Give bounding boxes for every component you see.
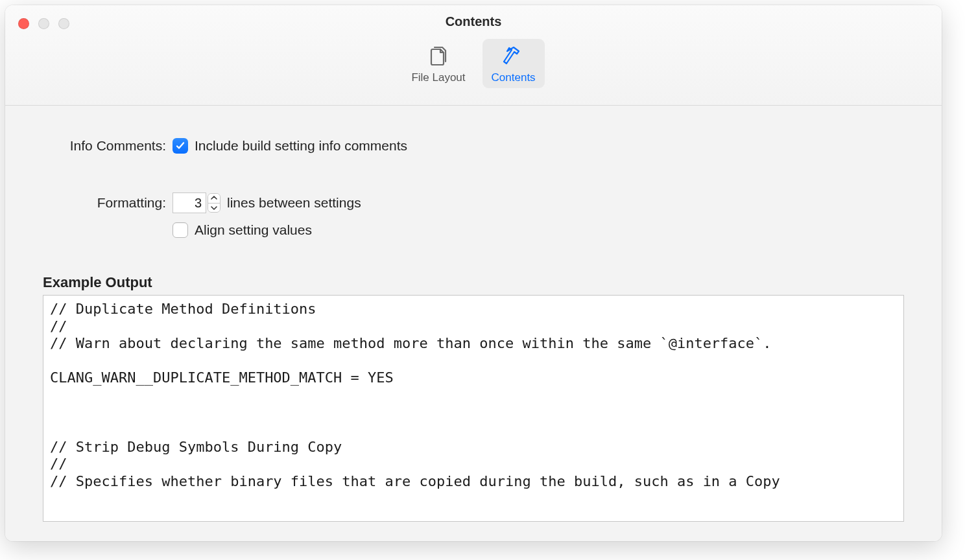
stepper-buttons (208, 193, 220, 213)
include-info-comments-label: Include build setting info comments (195, 138, 407, 154)
formatting-lines-row: Formatting: lines between settings (43, 192, 904, 213)
preferences-window: Contents File Layout Conte (5, 5, 942, 541)
titlebar: Contents File Layout Conte (5, 5, 942, 106)
stepper-down-button[interactable] (208, 204, 220, 213)
include-info-comments-checkbox[interactable] (173, 138, 188, 154)
content-area: Info Comments: Include build setting inf… (5, 106, 942, 541)
lines-between-stepper (173, 192, 220, 213)
info-comments-label: Info Comments: (43, 138, 173, 154)
toolbar: File Layout Contents (5, 39, 942, 88)
example-output-heading: Example Output (43, 274, 904, 291)
align-values-label: Align setting values (195, 222, 312, 238)
lines-between-suffix: lines between settings (227, 195, 361, 211)
tab-file-layout[interactable]: File Layout (402, 39, 474, 88)
formatting-label: Formatting: (43, 195, 173, 211)
lines-between-input[interactable] (173, 192, 206, 213)
tab-label: File Layout (411, 71, 465, 84)
stepper-up-button[interactable] (208, 194, 220, 204)
example-output-text: // Duplicate Method Definitions // // Wa… (43, 295, 904, 522)
info-comments-row: Info Comments: Include build setting inf… (43, 138, 904, 154)
align-values-checkbox[interactable] (173, 222, 188, 238)
tab-contents[interactable]: Contents (482, 39, 545, 88)
align-values-row: Align setting values (43, 222, 904, 238)
document-stack-icon (425, 43, 452, 70)
hammer-icon (500, 43, 527, 70)
window-title: Contents (5, 14, 942, 29)
tab-label: Contents (492, 71, 536, 84)
